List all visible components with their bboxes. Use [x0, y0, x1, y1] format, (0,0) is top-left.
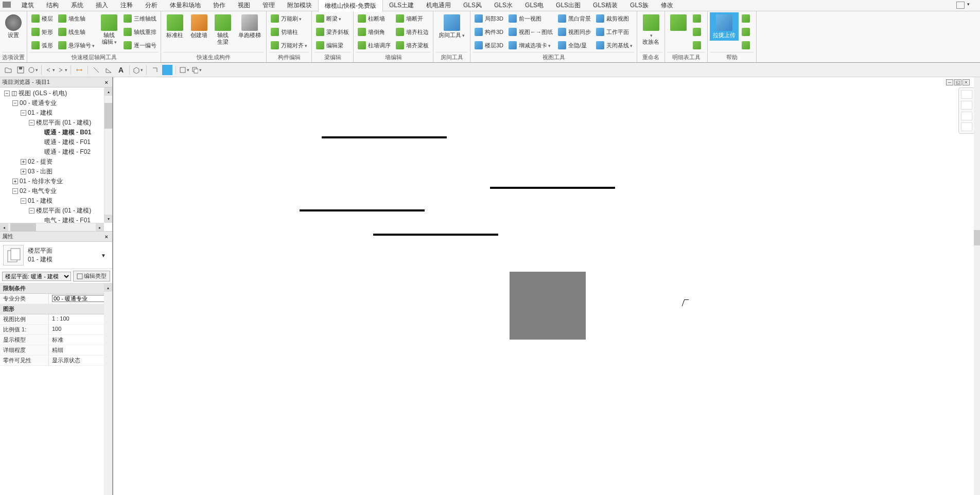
- filled-region-element[interactable]: [510, 272, 586, 340]
- ribbon-tab[interactable]: 橄榄山快模-免费版: [318, 0, 383, 12]
- ribbon-tab[interactable]: 视图: [232, 0, 256, 11]
- align-icon[interactable]: [91, 65, 101, 75]
- ribbon-button[interactable]: [691, 12, 705, 25]
- ribbon-button[interactable]: 拉拢上传: [710, 12, 739, 41]
- ribbon-button[interactable]: 工作平面: [594, 26, 635, 38]
- thin-lines-toggle[interactable]: [162, 65, 172, 75]
- ribbon-button[interactable]: 弧形: [29, 39, 55, 51]
- navigation-bar[interactable]: [958, 87, 975, 134]
- wall-element[interactable]: [300, 209, 425, 211]
- ribbon-button[interactable]: 编辑梁: [314, 39, 351, 51]
- ribbon-button[interactable]: 标准柱: [163, 12, 186, 41]
- close-icon[interactable]: ×: [103, 79, 110, 85]
- ribbon-tab[interactable]: GLS精装: [587, 0, 624, 11]
- orbit-icon[interactable]: [961, 122, 972, 131]
- ribbon-button[interactable]: 万能对齐: [269, 39, 309, 51]
- tree-node[interactable]: 暖通 - 建模 - B01: [2, 128, 112, 137]
- ribbon-button[interactable]: 设置: [2, 12, 25, 41]
- ribbon-tab[interactable]: GLS水: [488, 0, 519, 11]
- scroll-left-icon[interactable]: ◂: [0, 223, 8, 232]
- ribbon-tab[interactable]: GLS风: [457, 0, 488, 11]
- scrollbar-thumb[interactable]: [104, 103, 112, 129]
- ribbon-tab[interactable]: 机电通用: [420, 0, 457, 11]
- ribbon-button[interactable]: 裁剪视图: [594, 12, 635, 25]
- property-input[interactable]: [52, 295, 109, 302]
- edit-type-button[interactable]: 编辑类型: [73, 271, 110, 281]
- minimize-view-icon[interactable]: ─: [946, 79, 953, 85]
- ribbon-button[interactable]: 断梁: [314, 12, 351, 25]
- ribbon-button[interactable]: 矩形: [29, 26, 55, 38]
- expand-icon[interactable]: +: [21, 169, 26, 174]
- ribbon-button[interactable]: 前一视图: [506, 12, 555, 25]
- angle-icon[interactable]: [103, 65, 114, 75]
- ribbon-tab[interactable]: 建筑: [15, 0, 40, 11]
- app-menu-icon[interactable]: [3, 2, 11, 8]
- close-view-icon[interactable]: ×: [962, 79, 970, 85]
- ribbon-button[interactable]: [667, 12, 690, 34]
- collapse-icon[interactable]: −: [21, 110, 26, 116]
- ribbon-button[interactable]: 轴线重排: [121, 26, 159, 38]
- ribbon-button[interactable]: 线生轴: [56, 26, 97, 38]
- instance-selector[interactable]: 楼层平面: 暖通 - 建模: [2, 272, 71, 281]
- canvas-vertical-scrollbar[interactable]: [974, 77, 980, 495]
- ribbon-button[interactable]: 悬浮轴号: [56, 39, 97, 51]
- ribbon-tab[interactable]: GLS土建: [383, 0, 420, 11]
- view-mode-drop[interactable]: ▾: [967, 2, 970, 9]
- collapse-icon[interactable]: −: [12, 188, 18, 194]
- ribbon-button[interactable]: 房间工具: [435, 12, 468, 41]
- ribbon-button[interactable]: 视图同步: [556, 26, 593, 38]
- ribbon-button[interactable]: 关闭基线: [594, 39, 635, 51]
- ribbon-button[interactable]: 梁齐斜板: [314, 26, 351, 38]
- tree-node[interactable]: 暖通 - 建模 - F02: [2, 147, 112, 157]
- ribbon-tab[interactable]: 结构: [40, 0, 65, 11]
- tree-node[interactable]: +03 - 出图: [2, 167, 112, 176]
- properties-grid[interactable]: ▴ 限制条件⌄专业分类图形⌄视图比例1 : 100比例值 1:100显示模型标准…: [0, 284, 112, 495]
- property-row[interactable]: 零件可见性显示原状态: [0, 356, 112, 366]
- wall-element[interactable]: [373, 234, 498, 236]
- tree-node[interactable]: 暖通 - 建模 - F01: [2, 137, 112, 147]
- wall-element[interactable]: [490, 187, 615, 189]
- ribbon-button[interactable]: 轴线编辑: [98, 12, 120, 47]
- ribbon-button[interactable]: 逐一编号: [121, 39, 159, 51]
- property-value[interactable]: 精细: [49, 345, 112, 355]
- property-row[interactable]: 比例值 1:100: [0, 325, 112, 335]
- ribbon-button[interactable]: 局部3D: [472, 12, 505, 25]
- ribbon-button[interactable]: 墙断开: [394, 12, 431, 25]
- collapse-icon[interactable]: −: [29, 208, 34, 214]
- type-dropdown-icon[interactable]: ▼: [101, 253, 109, 258]
- property-value[interactable]: 1 : 100: [49, 314, 112, 324]
- property-value[interactable]: 标准: [49, 335, 112, 345]
- measure-icon[interactable]: [74, 65, 84, 75]
- ribbon-button[interactable]: 墙齐柱边: [394, 26, 431, 38]
- property-value[interactable]: 100: [49, 325, 112, 334]
- ribbon-tab[interactable]: 插入: [90, 0, 114, 11]
- ribbon-button[interactable]: 三维轴线: [121, 12, 159, 25]
- ribbon-button[interactable]: [740, 39, 754, 51]
- ribbon-tab[interactable]: GLS电: [519, 0, 550, 11]
- project-browser-tree[interactable]: −◫ 视图 (GLS - 机电)−00 - 暖通专业−01 - 建模−楼层平面 …: [0, 87, 112, 232]
- collapse-icon[interactable]: −: [21, 198, 26, 204]
- ribbon-button[interactable]: 创建墙: [187, 12, 211, 41]
- ribbon-button[interactable]: [740, 12, 754, 25]
- ribbon-tab[interactable]: 管理: [256, 0, 281, 11]
- tree-node[interactable]: −楼层平面 (01 - 建模): [2, 206, 112, 216]
- ribbon-button[interactable]: 改族名: [639, 12, 662, 47]
- tree-node[interactable]: +02 - 提资: [2, 157, 112, 167]
- scroll-right-icon[interactable]: ▸: [96, 223, 104, 232]
- restore-view-icon[interactable]: ◱: [954, 79, 961, 85]
- ribbon-button[interactable]: 轴线生梁: [212, 12, 234, 47]
- property-row[interactable]: 专业分类: [0, 294, 112, 304]
- ribbon-button[interactable]: [691, 39, 705, 51]
- ribbon-button[interactable]: 墙齐梁板: [394, 39, 431, 51]
- vertical-scrollbar[interactable]: ▴: [104, 284, 112, 495]
- wall-element[interactable]: [322, 136, 447, 138]
- ribbon-button[interactable]: 视图←→图纸: [506, 26, 555, 38]
- property-section-header[interactable]: 图形⌄: [0, 304, 112, 314]
- scroll-down-icon[interactable]: ▾: [104, 215, 112, 223]
- scrollbar-thumb[interactable]: [10, 223, 36, 231]
- expand-icon[interactable]: +: [12, 179, 18, 184]
- scroll-up-icon[interactable]: ▴: [104, 87, 112, 96]
- property-value[interactable]: [49, 294, 112, 304]
- close-icon[interactable]: ×: [103, 234, 110, 240]
- tree-node[interactable]: −◫ 视图 (GLS - 机电): [2, 89, 112, 98]
